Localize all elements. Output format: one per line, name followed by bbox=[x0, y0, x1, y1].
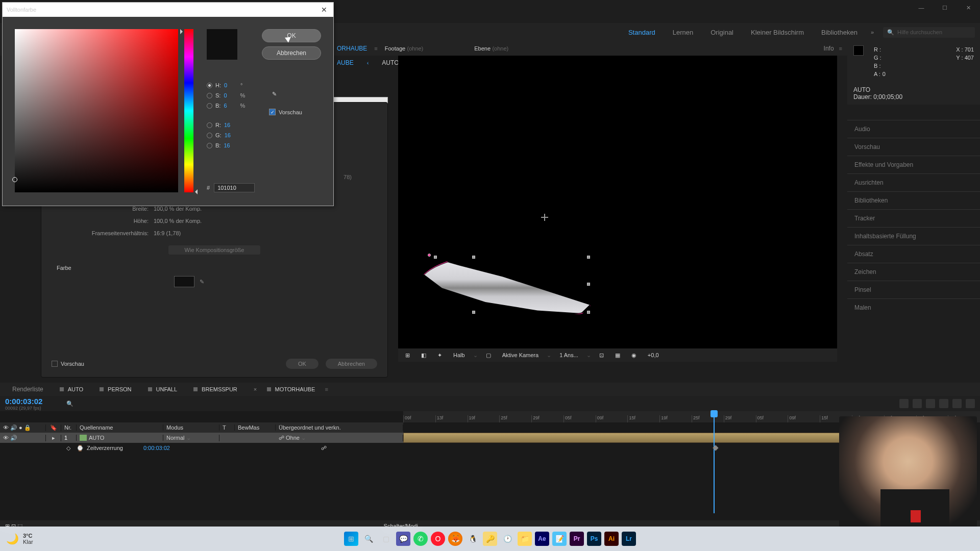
window-minimize[interactable]: — bbox=[910, 0, 933, 15]
viewer-tool-icon[interactable]: ▦ bbox=[612, 351, 623, 360]
ok-button[interactable]: OK bbox=[262, 29, 321, 42]
weather-widget[interactable]: 🌙 3°C Klar bbox=[6, 533, 33, 545]
cancel-button[interactable]: Abbrechen bbox=[262, 46, 321, 60]
firefox-icon[interactable]: 🦊 bbox=[448, 532, 462, 546]
current-time[interactable]: 0:00:03:02 00092 (29,97 fps) bbox=[0, 395, 66, 413]
info-panel-tab[interactable]: Info bbox=[819, 43, 839, 54]
viewer-tool-icon[interactable]: ▢ bbox=[483, 351, 494, 360]
tl-tool-icon[interactable] bbox=[913, 399, 922, 408]
tl-tool-icon[interactable] bbox=[926, 399, 935, 408]
search-icon[interactable]: 🔍 bbox=[361, 532, 376, 546]
s-value[interactable]: 0 bbox=[224, 92, 237, 98]
r-radio[interactable] bbox=[207, 122, 212, 128]
panel-audio[interactable]: Audio bbox=[847, 120, 980, 138]
hue-slider[interactable] bbox=[184, 29, 193, 192]
help-search[interactable]: 🔍 Hilfe durchsuchen bbox=[883, 27, 975, 38]
taskview-icon[interactable]: ▢ bbox=[379, 532, 393, 546]
tl-tool-icon[interactable] bbox=[966, 399, 975, 408]
tl-tool-icon[interactable] bbox=[952, 399, 962, 408]
panel-fuellung[interactable]: Inhaltsbasierte Füllung bbox=[847, 227, 980, 245]
b2-radio[interactable] bbox=[207, 143, 212, 148]
workspace-tab-bibliotheken[interactable]: Bibliotheken bbox=[817, 27, 862, 38]
g-value[interactable]: 16 bbox=[225, 132, 238, 138]
h-radio[interactable] bbox=[207, 83, 212, 88]
solid-color-swatch[interactable] bbox=[174, 276, 194, 287]
panel-ausrichten[interactable]: Ausrichten bbox=[847, 173, 980, 191]
opera-icon[interactable]: O bbox=[431, 532, 445, 546]
viewer-tool-icon[interactable]: ◉ bbox=[628, 351, 640, 360]
panel-bibliotheken[interactable]: Bibliotheken bbox=[847, 191, 980, 209]
tl-tab-person[interactable]: PERSON bbox=[92, 385, 138, 394]
b-radio[interactable] bbox=[207, 103, 212, 109]
clock-icon[interactable]: 🕐 bbox=[500, 532, 514, 546]
property-row[interactable]: ◇ ⌚ Zeitverzerrung 0:00:03:02 ☍ bbox=[0, 443, 403, 453]
close-icon[interactable]: ✕ bbox=[319, 5, 329, 15]
bbox-handle[interactable] bbox=[587, 256, 590, 259]
panel-tab-footage[interactable]: Footage (ohne) bbox=[380, 43, 429, 54]
panel-tab-ebene[interactable]: Ebene (ohne) bbox=[469, 43, 513, 54]
eyedropper-icon[interactable]: ✎ bbox=[272, 91, 281, 100]
b2-value[interactable]: 16 bbox=[224, 142, 237, 148]
r-value[interactable]: 16 bbox=[224, 122, 237, 128]
panel-effekte[interactable]: Effekte und Vorgaben bbox=[847, 156, 980, 173]
photoshop-icon[interactable]: Ps bbox=[587, 532, 601, 546]
start-button[interactable]: ⊞ bbox=[344, 532, 358, 546]
workspace-tab-kleiner[interactable]: Kleiner Bildschirm bbox=[747, 27, 808, 38]
time-remap-value[interactable]: 0:00:03:02 bbox=[143, 445, 170, 451]
bbox-handle[interactable] bbox=[472, 256, 475, 259]
b-value[interactable]: 6 bbox=[224, 103, 237, 109]
explorer-icon[interactable]: 📁 bbox=[518, 532, 532, 546]
bbox-handle[interactable] bbox=[434, 256, 437, 259]
lightroom-icon[interactable]: Lr bbox=[622, 532, 636, 546]
bbox-handle[interactable] bbox=[472, 311, 475, 314]
viewer-resolution[interactable]: Halb bbox=[450, 351, 468, 359]
panel-tab-comp[interactable]: ORHAUBE bbox=[332, 43, 372, 54]
panel-vorschau[interactable]: Vorschau bbox=[847, 138, 980, 156]
premiere-icon[interactable]: Pr bbox=[570, 532, 584, 546]
solid-cancel-button[interactable]: Abbrechen bbox=[326, 359, 377, 369]
layer-shape[interactable] bbox=[416, 257, 590, 313]
viewer-exposure[interactable]: +0,0 bbox=[645, 351, 662, 359]
panel-tracker[interactable]: Tracker bbox=[847, 209, 980, 227]
panel-pinsel[interactable]: Pinsel bbox=[847, 281, 980, 298]
layer-row[interactable]: 👁 🔊 ▸ 1 AUTO Normal ⌄ ☍ Ohne ⌄ bbox=[0, 433, 403, 443]
workspace-tab-lernen[interactable]: Lernen bbox=[669, 27, 697, 38]
teams-icon[interactable]: 💬 bbox=[396, 532, 410, 546]
tl-tool-icon[interactable] bbox=[939, 399, 948, 408]
playhead[interactable] bbox=[714, 411, 715, 513]
viewer-tool-icon[interactable]: ⊡ bbox=[596, 351, 607, 360]
composition-viewer[interactable]: ⊞ ◧ ✦ Halb ⌄ ▢ Aktive Kamera ⌄ 1 Ans... … bbox=[398, 56, 837, 362]
panel-zeichen[interactable]: Zeichen bbox=[847, 263, 980, 281]
color-cursor[interactable] bbox=[12, 177, 17, 182]
viewer-tool-icon[interactable]: ◧ bbox=[418, 351, 429, 360]
tl-tab-bremsspur[interactable]: BREMSSPUR bbox=[186, 385, 244, 394]
dialog-titlebar[interactable]: Volltonfarbe ✕ bbox=[3, 3, 333, 17]
panel-malen[interactable]: Malen bbox=[847, 298, 980, 316]
tl-tab-unfall[interactable]: UNFALL bbox=[141, 385, 185, 394]
app-icon[interactable]: 🐧 bbox=[465, 532, 480, 546]
workspace-tab-original[interactable]: Original bbox=[706, 27, 738, 38]
preview-checkbox[interactable]: ✓ bbox=[269, 109, 276, 115]
viewer-camera[interactable]: Aktive Kamera bbox=[499, 351, 542, 359]
panel-absatz[interactable]: Absatz bbox=[847, 245, 980, 263]
illustrator-icon[interactable]: Ai bbox=[604, 532, 619, 546]
vertex-handle[interactable] bbox=[428, 254, 431, 257]
viewer-views[interactable]: 1 Ans... bbox=[556, 351, 581, 359]
comp-size-button[interactable]: Wie Kompositionsgröße bbox=[168, 245, 260, 255]
app-icon[interactable]: 🔑 bbox=[483, 532, 497, 546]
after-effects-icon[interactable]: Ae bbox=[535, 532, 549, 546]
g-radio[interactable] bbox=[207, 133, 212, 138]
h-value[interactable]: 0 bbox=[224, 82, 237, 88]
app-icon[interactable]: 📝 bbox=[552, 532, 567, 546]
s-radio[interactable] bbox=[207, 93, 212, 98]
stopwatch-icon[interactable]: ⌚ bbox=[77, 445, 84, 452]
hex-input[interactable] bbox=[214, 183, 255, 192]
color-field[interactable] bbox=[15, 29, 178, 192]
bbox-handle[interactable] bbox=[587, 283, 590, 286]
preview-checkbox[interactable]: Vorschau bbox=[52, 361, 84, 367]
tl-tool-icon[interactable] bbox=[899, 399, 909, 408]
timeline-search-icon[interactable]: 🔍 bbox=[66, 400, 82, 407]
tl-tab-renderliste[interactable]: Renderliste bbox=[5, 384, 51, 394]
window-close[interactable]: ✕ bbox=[957, 0, 980, 15]
viewer-tool-icon[interactable]: ⊞ bbox=[402, 351, 413, 360]
